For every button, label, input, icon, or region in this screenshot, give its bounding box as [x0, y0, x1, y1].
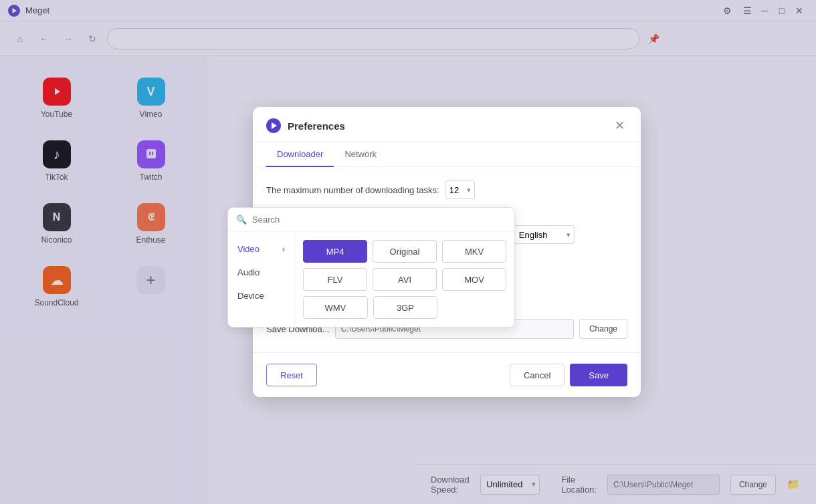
category-video[interactable]: Video › [228, 237, 294, 261]
format-mp4-button[interactable]: MP4 [303, 240, 367, 263]
save-path-change-button[interactable]: Change [579, 319, 627, 339]
format-categories: Video › Audio Device [228, 232, 295, 327]
subtitle-select[interactable]: English French German Japanese [514, 225, 575, 244]
format-row-3: WMV 3GP [303, 296, 506, 319]
dialog-logo [266, 118, 281, 133]
dialog-title: Preferences [288, 120, 611, 132]
category-audio[interactable]: Audio [228, 261, 294, 284]
format-mov-button[interactable]: MOV [442, 268, 506, 291]
max-tasks-select[interactable]: 12 124 6810 1620 [445, 180, 475, 199]
save-button[interactable]: Save [570, 364, 627, 386]
format-original-button[interactable]: Original [373, 240, 437, 263]
dialog-footer: Reset Cancel Save [253, 352, 641, 397]
max-tasks-select-wrap: 12 124 6810 1620 [445, 180, 475, 199]
format-flv-button[interactable]: FLV [303, 268, 367, 291]
format-wmv-button[interactable]: WMV [303, 296, 368, 319]
format-dropdown: 🔍 Video › Audio Device MP4 Original MKV … [227, 207, 515, 328]
format-search-bar: 🔍 [228, 208, 514, 232]
subtitle-select-wrap: English French German Japanese [514, 225, 575, 244]
chevron-right-icon: › [282, 244, 285, 254]
format-row-2: FLV AVI MOV [303, 268, 506, 291]
category-device[interactable]: Device [228, 284, 294, 307]
search-icon: 🔍 [236, 215, 247, 225]
format-search-input[interactable] [252, 215, 506, 225]
format-options: MP4 Original MKV FLV AVI MOV WMV 3GP [295, 232, 514, 327]
format-3gp-button[interactable]: 3GP [373, 296, 438, 319]
cancel-button[interactable]: Cancel [510, 364, 565, 386]
dialog-header: Preferences ✕ [253, 107, 641, 142]
max-tasks-label: The maximum number of downloading tasks: [266, 185, 439, 195]
tab-downloader[interactable]: Downloader [266, 142, 334, 167]
max-tasks-row: The maximum number of downloading tasks:… [266, 180, 627, 199]
format-mkv-button[interactable]: MKV [442, 240, 506, 263]
tab-network[interactable]: Network [334, 142, 387, 167]
format-row-1: MP4 Original MKV [303, 240, 506, 263]
dialog-tabs: Downloader Network [253, 142, 641, 167]
dialog-close-button[interactable]: ✕ [611, 118, 627, 134]
reset-button[interactable]: Reset [266, 364, 317, 386]
format-avi-button[interactable]: AVI [373, 268, 437, 291]
format-body: Video › Audio Device MP4 Original MKV FL… [228, 232, 514, 327]
